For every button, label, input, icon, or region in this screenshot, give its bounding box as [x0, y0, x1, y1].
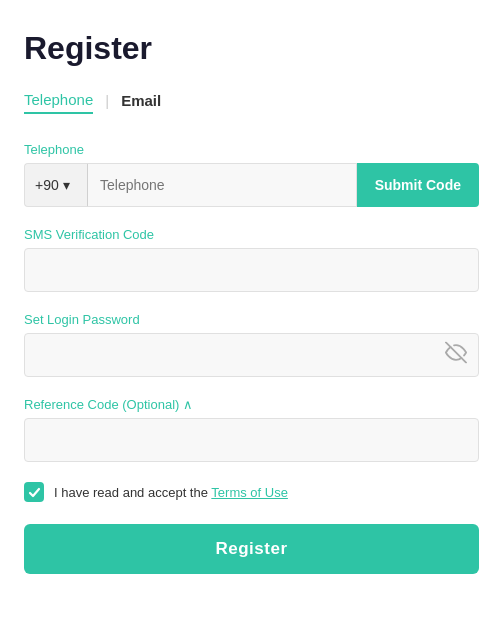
sms-label: SMS Verification Code: [24, 227, 479, 242]
terms-link[interactable]: Terms of Use: [211, 485, 288, 500]
toggle-password-icon[interactable]: [445, 342, 467, 369]
submit-code-button[interactable]: Submit Code: [357, 163, 479, 207]
ref-chevron-icon: ∧: [183, 397, 193, 412]
tabs: Telephone | Email: [24, 87, 479, 114]
sms-input[interactable]: [24, 248, 479, 292]
tab-telephone[interactable]: Telephone: [24, 87, 93, 114]
tab-email[interactable]: Email: [121, 88, 161, 113]
ref-field-group: Reference Code (Optional) ∧: [24, 397, 479, 462]
terms-checkbox[interactable]: [24, 482, 44, 502]
country-code-value: +90: [35, 177, 59, 193]
ref-input[interactable]: [24, 418, 479, 462]
telephone-field-group: Telephone +90 ▾ Submit Code: [24, 142, 479, 207]
register-button[interactable]: Register: [24, 524, 479, 574]
password-input[interactable]: [24, 333, 479, 377]
terms-row: I have read and accept the Terms of Use: [24, 482, 479, 502]
telephone-label: Telephone: [24, 142, 479, 157]
country-code-chevron: ▾: [63, 177, 70, 193]
terms-text: I have read and accept the Terms of Use: [54, 485, 288, 500]
tab-divider: |: [105, 92, 109, 109]
password-wrapper: [24, 333, 479, 377]
page-title: Register: [24, 30, 479, 67]
country-code-selector[interactable]: +90 ▾: [24, 163, 88, 207]
sms-field-group: SMS Verification Code: [24, 227, 479, 292]
ref-label[interactable]: Reference Code (Optional) ∧: [24, 397, 479, 412]
ref-label-text: Reference Code (Optional): [24, 397, 179, 412]
password-field-group: Set Login Password: [24, 312, 479, 377]
phone-row: +90 ▾ Submit Code: [24, 163, 479, 207]
password-label: Set Login Password: [24, 312, 479, 327]
phone-input[interactable]: [88, 163, 357, 207]
